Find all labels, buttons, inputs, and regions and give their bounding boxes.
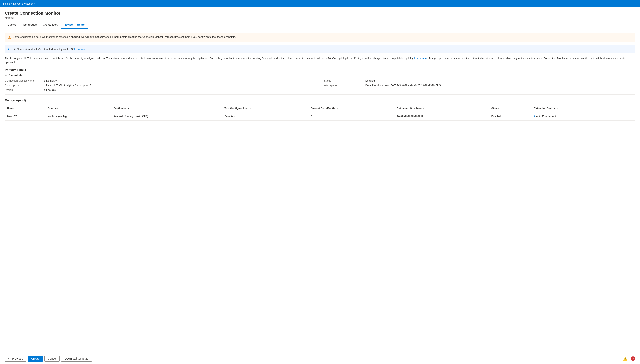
essentials-value-workspace: DefaultWorkspace-af15e575-f948-49ac-bce0… [366, 84, 441, 87]
cell-extension-status: ℹ Auto Enablement [532, 112, 609, 120]
cell-status: Enabled [489, 112, 532, 120]
test-groups-title: Test groups (1) [5, 98, 635, 102]
col-header-actions [609, 105, 635, 112]
col-header-sources: Sources ↑↓ [46, 105, 111, 112]
breadcrumb-network-watcher[interactable]: Network Watcher [13, 2, 33, 5]
sort-icon-destinations[interactable]: ↑↓ [130, 108, 132, 110]
col-header-name: Name ↑↓ [5, 105, 46, 112]
breadcrumb-sep-2: › [34, 2, 35, 5]
panel-header: Create Connection Monitor ... × Microsof… [0, 7, 640, 29]
tab-review-create[interactable]: Review + create [61, 21, 88, 29]
sort-icon-extension-status[interactable]: ↑↓ [556, 108, 558, 110]
col-header-extension-status: Extension Status ↑↓ [532, 105, 609, 112]
essentials-row-status: Status : Enabled [324, 79, 635, 82]
main-panel: Create Connection Monitor ... × Microsof… [0, 7, 640, 364]
sort-icon-name[interactable]: ↑↓ [16, 108, 18, 110]
sort-icon-sources[interactable]: ↑↓ [60, 108, 61, 110]
essentials-value-subscription: Network Traffic Analytics Subscription 3 [46, 84, 91, 87]
info-text-before: This Connection Monitor's estimated mont… [11, 48, 74, 50]
essentials-value-status: Enabled [366, 79, 375, 82]
essentials-header[interactable]: ▲ Essentials [5, 74, 635, 77]
info-banner: ℹ This Connection Monitor's estimated mo… [5, 45, 635, 53]
top-bar: Home › Network Watcher › [0, 0, 640, 7]
warning-banner: ⚠ Some endpoints do not have monitoring … [5, 33, 635, 42]
ellipsis-menu-button[interactable]: ... [63, 11, 68, 16]
close-button[interactable]: × [630, 10, 635, 16]
breadcrumb: Home › Network Watcher › [3, 2, 35, 5]
footer-right: ⚠️ 7 ✕ [623, 356, 635, 361]
cell-row-actions: ··· [609, 112, 635, 120]
cell-sources: aahilvnet(aahilrg) [46, 112, 111, 120]
col-header-current-cost: Current Cost/Month ↑↓ [308, 105, 394, 112]
table-header: Name ↑↓ Sources ↑↓ Destinations ↑↓ Test … [5, 105, 635, 112]
previous-button[interactable]: << Previous [5, 356, 26, 362]
extension-status-text: Auto Enablement [536, 115, 556, 118]
sort-icon-estimated-cost[interactable]: ↑↓ [426, 108, 427, 110]
tab-test-groups[interactable]: Test groups [19, 21, 40, 29]
tab-create-alert[interactable]: Create alert [40, 21, 61, 29]
essentials-row-workspace: Workspace : DefaultWorkspace-af15e575-f9… [324, 84, 635, 87]
info-circle-icon: ℹ [8, 47, 9, 51]
warning-banner-text: Some endpoints do not have monitoring ex… [13, 35, 236, 38]
tab-basics[interactable]: Basics [5, 21, 19, 29]
sort-icon-status[interactable]: ↑↓ [501, 108, 502, 110]
extension-info-icon: ℹ [534, 114, 535, 118]
cell-current-cost: 0 [308, 112, 394, 120]
cell-name: DemoTG [5, 112, 46, 120]
warning-triangle-icon: ⚠ [8, 36, 11, 39]
sort-icon-current-cost[interactable]: ↑↓ [336, 108, 338, 110]
table-row: DemoTG aahilvnet(aahilrg) Animesh_Canary… [5, 112, 635, 120]
table-body: DemoTG aahilvnet(aahilrg) Animesh_Canary… [5, 112, 635, 120]
essentials-row-region: Region : East US [5, 88, 316, 91]
cancel-button[interactable]: Cancel [44, 356, 60, 362]
test-groups-table: Name ↑↓ Sources ↑↓ Destinations ↑↓ Test … [5, 105, 635, 120]
error-badge-button[interactable]: ✕ [631, 356, 635, 361]
essentials-label-status: Status [324, 79, 364, 82]
description-text-before: This is not your bill. This is an estima… [5, 57, 414, 60]
essentials-value-region: East US [46, 88, 56, 91]
page-title: Create Connection Monitor [5, 11, 60, 16]
sort-icon-test-configs[interactable]: ↑↓ [250, 108, 252, 110]
essentials-title: Essentials [9, 74, 22, 77]
tab-bar: Basics Test groups Create alert Review +… [5, 21, 635, 29]
create-button[interactable]: Create [28, 356, 43, 362]
warning-badge-count: 7 [628, 357, 630, 360]
col-header-status: Status ↑↓ [489, 105, 532, 112]
essentials-label-subscription: Subscription [5, 84, 44, 87]
warning-badge-icon: ⚠️ [623, 356, 627, 361]
essentials-value-name: DemoCM [46, 79, 57, 82]
cell-destinations: Animesh_Canary_Vnet_ANM(... [111, 112, 222, 120]
panel-subtitle: Microsoft [5, 16, 635, 19]
essentials-row-name: Connection Monitor Name : DemoCM [5, 79, 316, 82]
info-banner-text: This Connection Monitor's estimated mont… [11, 48, 87, 50]
essentials-grid: Connection Monitor Name : DemoCM Status … [5, 79, 635, 95]
essentials-collapse-icon: ▲ [5, 74, 7, 77]
essentials-label-region: Region [5, 88, 44, 91]
download-template-button[interactable]: Download template [61, 356, 92, 362]
breadcrumb-home[interactable]: Home [3, 2, 10, 5]
footer: << Previous Create Cancel Download templ… [0, 353, 640, 364]
breadcrumb-sep-1: › [11, 2, 12, 5]
col-header-destinations: Destinations ↑↓ [111, 105, 222, 112]
cell-estimated-cost: $0.8999999999999999 [394, 112, 489, 120]
essentials-label-workspace: Workspace [324, 84, 364, 87]
info-learn-more-link[interactable]: Learn more [74, 48, 87, 50]
col-header-estimated-cost: Estimated Cost/Month ↑↓ [394, 105, 489, 112]
cell-test-configs: Demotest [222, 112, 308, 120]
description-text: This is not your bill. This is an estima… [5, 56, 635, 64]
warning-badge-button[interactable]: ⚠️ 7 [623, 356, 630, 361]
description-learn-more-link[interactable]: Learn more, [414, 57, 428, 60]
col-header-test-configs: Test Configurations ↑↓ [222, 105, 308, 112]
essentials-row-subscription: Subscription : Network Traffic Analytics… [5, 84, 316, 87]
content-area: ⚠ Some endpoints do not have monitoring … [0, 29, 640, 353]
primary-details-title: Primary details [5, 68, 635, 71]
row-context-menu-button[interactable]: ··· [628, 114, 633, 118]
essentials-label-name: Connection Monitor Name [5, 79, 44, 82]
